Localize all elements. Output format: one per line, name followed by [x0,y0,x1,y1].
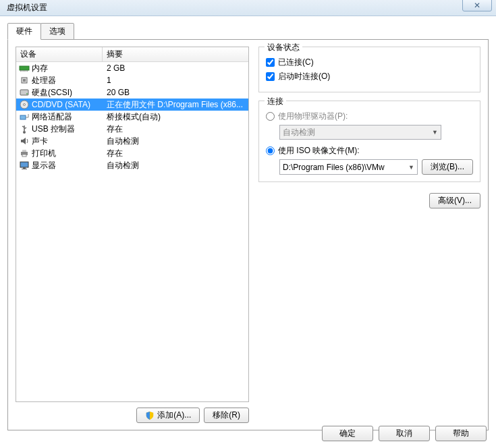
device-name: USB 控制器 [32,123,75,135]
device-name: 打印机 [32,148,56,159]
tab-content: 设备 摘要 内存2 GB处理器1硬盘(SCSI)20 GBCD/DVD (SAT… [7,39,489,430]
display-icon [19,160,30,171]
checkbox-connected[interactable] [266,58,275,67]
iso-row: D:\Program Files (x86)\VMw ▼ 浏览(B)... [279,159,473,175]
svg-point-14 [23,131,26,134]
svg-rect-8 [23,79,26,82]
tab-hardware[interactable]: 硬件 [7,23,41,40]
device-summary: 自动检测 [103,136,248,147]
col-header-summary[interactable]: 摘要 [103,49,248,60]
shield-icon [145,411,155,420]
svg-rect-19 [23,167,26,169]
device-row[interactable]: 网络适配器桥接模式(自动) [16,111,248,123]
svg-rect-16 [22,150,26,152]
chevron-down-icon: ▼ [408,164,414,171]
printer-icon [19,148,30,159]
sound-icon [19,136,30,146]
svg-point-12 [24,104,26,106]
checkbox-poweron[interactable] [266,72,275,81]
usb-icon [19,123,30,134]
device-row[interactable]: USB 控制器存在 [16,123,248,135]
advanced-button[interactable]: 高级(V)... [429,193,480,208]
titlebar: 虚拟机设置 ✕ [0,0,496,16]
svg-point-10 [26,93,28,94]
svg-rect-18 [20,162,28,167]
device-name: 内存 [32,63,48,74]
tabs: 硬件 选项 [7,23,489,40]
help-button[interactable]: 帮助 [435,426,487,441]
group-status-title: 设备状态 [265,42,302,53]
device-row[interactable]: 显示器自动检测 [16,159,248,171]
combo-physical-drive[interactable]: 自动检测 ▼ [279,125,441,140]
memory-icon [19,63,30,74]
checkbox-poweron-row[interactable]: 启动时连接(O) [266,71,473,82]
radio-physical-label: 使用物理驱动器(P): [278,111,348,122]
radio-iso-row[interactable]: 使用 ISO 映像文件(M): [266,145,473,157]
combo-physical-value: 自动检测 [283,127,315,138]
device-row[interactable]: CD/DVD (SATA)正在使用文件 D:\Program Files (x8… [16,99,248,111]
device-summary: 2 GB [103,63,248,73]
browse-button[interactable]: 浏览(B)... [422,159,473,175]
advanced-button-label: 高级(V)... [438,195,472,206]
group-device-status: 设备状态 已连接(C) 启动时连接(O) [258,47,480,92]
radio-iso[interactable] [266,146,275,155]
device-summary: 存在 [103,123,248,135]
add-button[interactable]: 添加(A)... [136,408,200,423]
remove-button[interactable]: 移除(R) [204,408,249,423]
add-button-label: 添加(A)... [157,410,191,421]
device-summary: 1 [103,76,248,85]
svg-rect-0 [20,66,29,70]
device-summary: 存在 [103,148,248,159]
device-summary: 桥接模式(自动) [103,111,248,123]
svg-rect-2 [22,70,22,72]
svg-rect-1 [20,70,21,72]
device-name: 声卡 [32,136,48,147]
left-buttons: 添加(A)... 移除(R) [16,408,249,423]
checkbox-poweron-label: 启动时连接(O) [278,71,330,82]
cd-icon [19,99,30,110]
group-connection: 连接 使用物理驱动器(P): 自动检测 ▼ 使用 ISO 映像文件(M): D:… [258,101,480,182]
col-header-device[interactable]: 设备 [16,47,103,61]
svg-rect-6 [27,70,28,72]
device-row[interactable]: 硬盘(SCSI)20 GB [16,86,248,99]
tab-options[interactable]: 选项 [40,23,74,40]
bottom-buttons: 确定 取消 帮助 [322,426,487,441]
device-summary: 正在使用文件 D:\Program Files (x86... [103,99,248,111]
device-row[interactable]: 打印机存在 [16,147,248,159]
net-icon [19,111,30,122]
combo-iso-path[interactable]: D:\Program Files (x86)\VMw ▼ [279,159,418,175]
cancel-button[interactable]: 取消 [379,426,430,441]
device-row[interactable]: 声卡自动检测 [16,135,248,147]
browse-button-label: 浏览(B)... [431,161,464,173]
device-summary: 自动检测 [103,160,248,171]
radio-physical-row[interactable]: 使用物理驱动器(P): [266,111,473,122]
svg-rect-20 [22,169,27,169]
svg-rect-3 [23,70,24,72]
close-button[interactable]: ✕ [462,0,492,11]
device-row[interactable]: 内存2 GB [16,62,248,74]
remove-button-label: 移除(R) [213,410,240,421]
svg-rect-4 [24,70,25,72]
device-name: CD/DVD (SATA) [32,100,90,109]
device-name: 网络适配器 [32,111,72,123]
radio-iso-label: 使用 ISO 映像文件(M): [278,145,360,157]
device-row[interactable]: 处理器1 [16,74,248,86]
group-connection-title: 连接 [265,96,286,107]
cpu-icon [19,75,30,86]
close-icon: ✕ [474,1,480,10]
device-name: 显示器 [32,160,56,171]
svg-rect-5 [26,70,26,72]
radio-physical[interactable] [266,112,275,121]
list-header: 设备 摘要 [16,47,248,62]
svg-rect-13 [20,115,26,119]
chevron-down-icon: ▼ [432,129,438,136]
iso-path-value: D:\Program Files (x86)\VMw [283,163,385,172]
checkbox-connected-row[interactable]: 已连接(C) [266,57,473,68]
device-name: 处理器 [32,75,56,86]
ok-button[interactable]: 确定 [322,426,373,441]
right-panel: 设备状态 已连接(C) 启动时连接(O) 连接 使用物理驱动器(P): 自动检测 [258,47,480,423]
window-title: 虚拟机设置 [7,2,47,13]
device-name: 硬盘(SCSI) [32,87,72,99]
device-summary: 20 GB [103,88,248,97]
svg-rect-17 [22,155,26,157]
